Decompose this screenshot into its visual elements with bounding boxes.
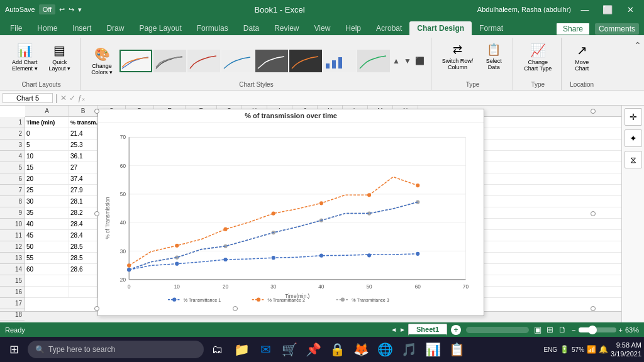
cell-a15[interactable] [25,275,69,286]
chart-style-1[interactable] [119,50,152,72]
chart-styles-btn[interactable]: ✦ [625,129,642,147]
edge-button[interactable]: 🌐 [374,338,396,361]
autosave-toggle[interactable]: Off [39,4,55,14]
chart-style-7[interactable] [323,50,356,72]
music-button[interactable]: 🎵 [397,338,420,361]
chart-elements-btn[interactable]: ✛ [625,108,642,126]
move-chart-button[interactable]: ↗ MoveChart [568,40,596,74]
select-data-button[interactable]: 📋 SelectData [480,40,508,73]
explorer-button[interactable]: 📁 [230,338,253,361]
cell-b2[interactable]: 21.4 [69,128,97,139]
page-break-view-btn[interactable]: ⊞ [547,325,553,334]
confirm-formula-icon[interactable]: ✓ [69,94,75,102]
prev-sheet-btn[interactable]: ◄ [391,326,397,333]
taskview-button[interactable]: 🗂 [206,338,229,361]
cell-b16[interactable] [69,287,97,297]
cell-a14[interactable]: 60 [25,264,69,275]
chart-handle-br[interactable] [591,306,596,311]
cancel-formula-icon[interactable]: ✕ [60,94,67,102]
zoom-in-btn[interactable]: + [619,326,623,334]
comments-button[interactable]: Comments [595,23,639,35]
next-sheet-btn[interactable]: ► [399,326,406,333]
tab-file[interactable]: File [3,21,30,35]
tab-help[interactable]: Help [338,21,369,35]
quick-access-dropdown[interactable]: ▾ [78,6,82,14]
tab-acrobat[interactable]: Acrobat [369,21,409,35]
minimize-button[interactable]: — [576,1,594,18]
zoom-out-btn[interactable]: − [572,326,575,334]
cell-b8[interactable]: 28.1 [69,196,97,207]
redo-icon[interactable]: ↪ [69,6,74,14]
sticky-button[interactable]: 📌 [302,338,325,361]
start-button[interactable]: ⊞ [3,338,25,361]
firefox-button[interactable]: 🦊 [350,338,372,361]
chart-handle-mr[interactable] [591,211,596,216]
chart-handle-tr[interactable] [591,109,596,114]
close-button[interactable]: ✕ [621,1,639,18]
cell-b3[interactable]: 25.3 [69,140,97,150]
chart-handle-ml[interactable] [94,211,99,216]
hscrollbar[interactable] [466,327,529,333]
chart-style-3[interactable] [187,50,220,72]
cell-a7[interactable]: 25 [25,185,69,195]
cell-b15[interactable] [69,275,97,286]
cell-a11[interactable]: 45 [25,230,69,241]
tab-review[interactable]: Review [267,21,306,35]
add-sheet-btn[interactable]: + [451,325,461,335]
name-box[interactable] [3,93,53,103]
styles-expand[interactable]: ⬛ [414,55,426,67]
tab-draw[interactable]: Draw [99,21,131,35]
zoom-slider-thumb[interactable] [588,326,597,334]
cell-a13[interactable]: 55 [25,253,69,263]
cell-b7[interactable]: 27.9 [69,185,97,195]
cell-b12[interactable]: 28.5 [69,241,97,252]
tab-page-layout[interactable]: Page Layout [131,21,189,35]
cell-b13[interactable]: 28.5 [69,253,97,263]
chart-style-5[interactable] [255,50,288,72]
lock-button[interactable]: 🔒 [326,338,348,361]
cell-a4[interactable]: 10 [25,151,69,162]
tab-home[interactable]: Home [30,21,65,35]
cell-b6[interactable]: 37.4 [69,173,97,184]
store-button[interactable]: 🛒 [278,338,301,361]
cell-a2[interactable]: 0 [25,128,69,139]
cell-a8[interactable]: 30 [25,196,69,207]
chart-handle-tl[interactable] [94,109,99,114]
change-colors-button[interactable]: 🎨 ChangeColors ▾ [87,44,117,78]
share-button[interactable]: Share [556,23,590,35]
cell-a3[interactable]: 5 [25,140,69,150]
cell-b4[interactable]: 36.1 [69,151,97,162]
cell-b5[interactable]: 27 [69,162,97,173]
taskbar-search-box[interactable]: 🔍 Type here to search [28,341,204,358]
tab-format[interactable]: Format [472,21,511,35]
sheet-tab-sheet1[interactable]: Sheet1 [408,324,447,336]
cell-b10[interactable]: 28.4 [69,219,97,229]
cell-a12[interactable]: 50 [25,241,69,252]
add-chart-element-button[interactable]: 📊 Add ChartElement ▾ [8,40,42,74]
cell-b11[interactable]: 28.4 [69,230,97,241]
tab-view[interactable]: View [307,21,338,35]
styles-scroll-down[interactable]: ▼ [402,55,413,67]
chart-style-4[interactable] [221,50,254,72]
normal-view-btn[interactable]: ▣ [534,325,541,334]
chart-handle-bl[interactable] [94,306,99,311]
tab-data[interactable]: Data [236,21,267,35]
cell-a9[interactable]: 35 [25,207,69,218]
tab-chart-design[interactable]: Chart Design [409,21,472,35]
cell-b9[interactable]: 28.2 [69,207,97,218]
cell-a6[interactable]: 20 [25,173,69,184]
chart-style-8[interactable] [357,50,390,72]
cell-a5[interactable]: 15 [25,162,69,173]
styles-scroll-up[interactable]: ▲ [391,55,401,67]
maximize-button[interactable]: ⬜ [599,1,616,18]
chart-style-6[interactable] [289,50,322,72]
chart-container[interactable]: % of transmission over time % of Transmi… [97,109,484,316]
cell-a1[interactable]: Time (min) [25,117,69,128]
chart-style-2[interactable] [153,50,186,72]
switch-row-col-button[interactable]: ⇄ Switch Row/Column [438,40,478,73]
chart-handle-bm[interactable] [233,306,238,311]
cell-a16[interactable] [25,287,69,297]
tab-insert[interactable]: Insert [65,21,99,35]
powerpoint-button[interactable]: 📋 [445,338,468,361]
cell-b14[interactable]: 28.6 [69,264,97,275]
